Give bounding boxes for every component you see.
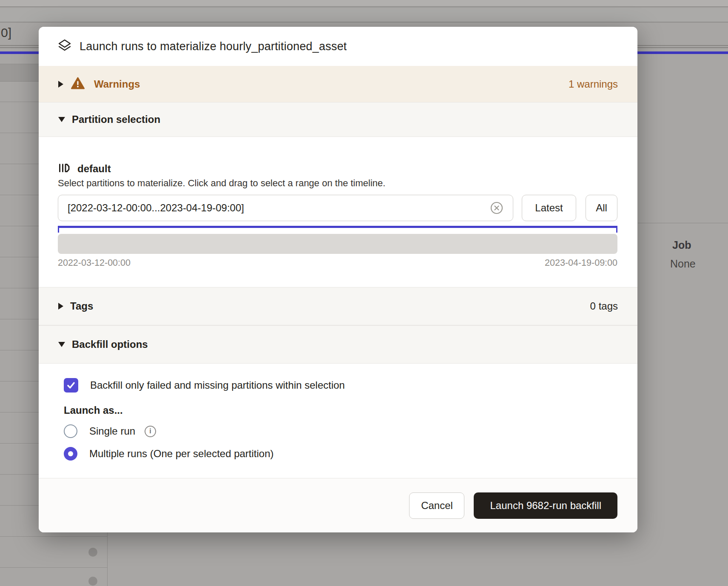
launch-backfill-button[interactable]: Launch 9682-run backfill — [474, 492, 617, 519]
single-run-label: Single run — [89, 425, 135, 437]
cancel-button[interactable]: Cancel — [409, 492, 464, 519]
failed-missing-checkbox-row[interactable]: Backfill only failed and missing partiti… — [64, 378, 345, 393]
background-row-line — [0, 195, 39, 195]
job-column-value: None — [670, 258, 696, 270]
chevron-down-icon — [58, 342, 65, 347]
chevron-right-icon — [58, 303, 63, 310]
partition-selection-header: Partition selection — [72, 114, 160, 125]
single-run-radio-row[interactable]: Single run i — [64, 424, 156, 438]
partition-range-input[interactable] — [58, 195, 513, 221]
selected-range-bar — [58, 226, 617, 228]
background-row-line — [0, 164, 39, 164]
timeline-end-label: 2023-04-19-09:00 — [545, 258, 617, 268]
warnings-section-toggle[interactable]: Warnings 1 warnings — [39, 66, 637, 102]
dialog-header: Launch runs to materialize hourly_partit… — [39, 27, 637, 66]
chevron-right-icon — [58, 81, 63, 88]
multiple-runs-radio-row[interactable]: Multiple runs (One per selected partitio… — [64, 447, 274, 461]
background-row-line — [0, 381, 39, 381]
background-row-line — [0, 443, 39, 444]
backfill-options-header: Backfill options — [72, 339, 148, 350]
background-row-line — [0, 102, 39, 102]
partition-selection-section-toggle[interactable]: Partition selection — [39, 102, 637, 137]
job-column-header: Job — [672, 239, 691, 251]
selected-range-end-tick — [616, 226, 617, 233]
tags-count: 0 tags — [590, 300, 618, 312]
tags-section-toggle[interactable]: Tags 0 tags — [39, 287, 637, 325]
background-row-line — [0, 350, 39, 350]
background-row-line — [0, 505, 39, 506]
warnings-label: Warnings — [94, 78, 140, 90]
info-icon[interactable]: i — [145, 426, 156, 437]
partition-selection-description: Select partitions to materialize. Click … — [58, 178, 385, 189]
partition-dimension-name: default — [77, 163, 111, 175]
launch-backfill-dialog: Launch runs to materialize hourly_partit… — [39, 27, 637, 532]
background-row-divider-right — [638, 223, 728, 223]
partition-icon — [58, 162, 70, 176]
warnings-left-group: Warnings — [58, 77, 140, 91]
warnings-count: 1 warnings — [569, 78, 618, 90]
background-table-dot — [88, 548, 97, 557]
background-row-line — [0, 133, 39, 133]
clear-selection-icon[interactable] — [489, 201, 504, 215]
timeline-date-labels: 2022-03-12-00:00 2023-04-19-09:00 — [58, 258, 617, 268]
checkbox-checked-icon[interactable] — [64, 378, 78, 393]
background-row-line — [0, 288, 39, 288]
launch-as-label: Launch as... — [64, 404, 123, 416]
warning-triangle-icon — [71, 77, 85, 91]
background-row-line — [0, 257, 39, 257]
background-toolbar-band — [0, 0, 728, 7]
background-row-line — [0, 474, 39, 475]
background-partial-text: 0] — [1, 26, 11, 40]
background-selected-row-band — [0, 64, 39, 82]
background-header-band — [0, 8, 728, 23]
dialog-title: Launch runs to materialize hourly_partit… — [80, 40, 347, 53]
timeline-start-label: 2022-03-12-00:00 — [58, 258, 131, 268]
radio-unchecked-icon[interactable] — [64, 424, 77, 438]
chevron-down-icon — [58, 117, 65, 122]
partition-timeline[interactable] — [58, 234, 617, 254]
partition-dimension-row: default — [58, 162, 111, 176]
checkbox-label: Backfill only failed and missing partiti… — [90, 379, 345, 391]
background-column-divider — [107, 532, 108, 586]
all-button[interactable]: All — [586, 195, 617, 221]
backfill-options-section-toggle[interactable]: Backfill options — [39, 325, 637, 364]
background-table-dot — [88, 577, 97, 586]
latest-button[interactable]: Latest — [522, 195, 576, 221]
background-row-line — [0, 319, 39, 319]
background-row-line — [0, 567, 107, 568]
layers-icon — [57, 38, 72, 54]
dialog-footer: Cancel Launch 9682-run backfill — [39, 478, 637, 532]
background-row-line — [0, 412, 39, 412]
radio-checked-icon[interactable] — [64, 447, 77, 461]
background-row-line — [0, 536, 107, 537]
background-row-line — [0, 226, 39, 226]
multiple-runs-label: Multiple runs (One per selected partitio… — [89, 448, 274, 460]
selected-range-start-tick — [58, 226, 59, 233]
tags-header: Tags — [70, 300, 93, 312]
